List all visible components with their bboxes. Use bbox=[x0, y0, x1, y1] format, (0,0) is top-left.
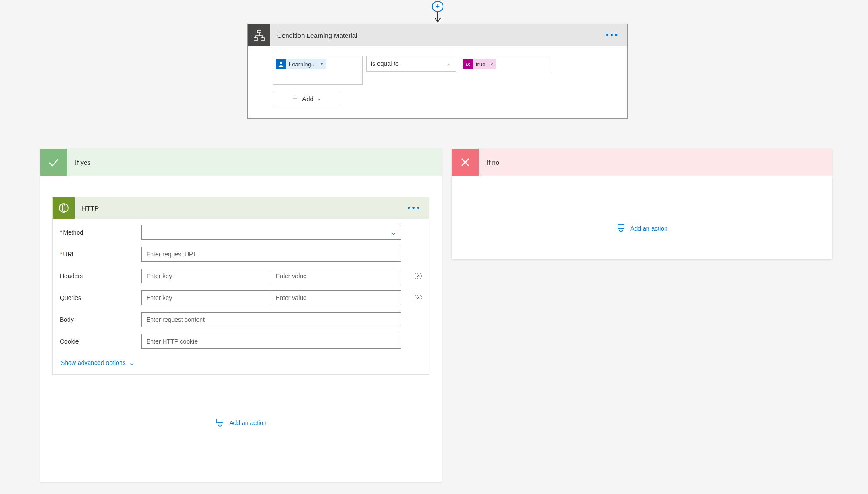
cookie-input[interactable] bbox=[141, 334, 401, 349]
add-condition-button[interactable]: ＋ Add ⌄ bbox=[273, 91, 340, 106]
condition-icon bbox=[248, 24, 270, 46]
globe-icon bbox=[53, 197, 75, 219]
body-input[interactable] bbox=[141, 312, 401, 327]
condition-card: Condition Learning Material ••• Learning… bbox=[247, 24, 628, 119]
condition-header[interactable]: Condition Learning Material ••• bbox=[248, 24, 627, 46]
uri-label: *URI bbox=[60, 251, 136, 258]
show-advanced-options-link[interactable]: Show advanced options ⌄ bbox=[60, 359, 134, 366]
body-label: Body bbox=[60, 316, 136, 323]
flow-arrow-icon bbox=[435, 12, 441, 24]
token-remove-icon[interactable]: ✕ bbox=[490, 61, 494, 67]
svg-point-3 bbox=[280, 62, 282, 64]
plus-icon: ＋ bbox=[292, 94, 298, 103]
headers-value-input[interactable] bbox=[271, 269, 401, 283]
condition-right-operand[interactable]: fx true ✕ bbox=[460, 56, 549, 72]
queries-key-input[interactable] bbox=[141, 290, 271, 305]
operator-label: is equal to bbox=[371, 60, 399, 67]
condition-more-menu[interactable]: ••• bbox=[598, 31, 627, 40]
method-label: *Method bbox=[60, 229, 136, 236]
add-action-no-button[interactable]: Add an action bbox=[464, 224, 820, 233]
add-action-icon bbox=[215, 418, 225, 428]
headers-label: Headers bbox=[60, 273, 136, 279]
http-more-menu[interactable]: ••• bbox=[400, 204, 429, 213]
condition-operator-select[interactable]: is equal to ⌄ bbox=[366, 56, 456, 72]
if-yes-body: HTTP ••• *Method ⌄ *URI bbox=[40, 176, 442, 445]
if-yes-title: If yes bbox=[67, 159, 91, 166]
method-select[interactable]: ⌄ bbox=[141, 225, 401, 240]
svg-rect-1 bbox=[254, 38, 257, 41]
http-action-card: HTTP ••• *Method ⌄ *URI bbox=[52, 197, 429, 375]
if-no-title: If no bbox=[479, 159, 499, 166]
http-action-title: HTTP bbox=[75, 204, 400, 212]
dynamic-content-token-learning[interactable]: Learning... ✕ bbox=[276, 59, 326, 69]
condition-expression-row: Learning... ✕ is equal to ⌄ fx true ✕ bbox=[273, 56, 603, 85]
add-action-yes-button[interactable]: Add an action bbox=[52, 418, 429, 428]
queries-label: Queries bbox=[60, 294, 136, 301]
checkmark-icon bbox=[40, 149, 67, 176]
condition-left-operand[interactable]: Learning... ✕ bbox=[273, 56, 363, 85]
chevron-down-icon: ⌄ bbox=[129, 359, 134, 366]
condition-title: Condition Learning Material bbox=[270, 32, 598, 39]
headers-text-mode-button[interactable] bbox=[412, 270, 424, 282]
http-action-header[interactable]: HTTP ••• bbox=[53, 197, 429, 219]
http-action-body: *Method ⌄ *URI bbox=[53, 219, 429, 374]
chevron-down-icon: ⌄ bbox=[447, 61, 451, 67]
svg-rect-2 bbox=[261, 38, 264, 41]
chevron-down-icon: ⌄ bbox=[317, 96, 321, 102]
svg-rect-0 bbox=[257, 30, 261, 33]
if-no-body: Add an action bbox=[452, 176, 832, 251]
add-action-icon bbox=[616, 224, 626, 233]
if-yes-branch: If yes HTTP ••• *Method ⌄ bbox=[40, 149, 442, 482]
if-yes-header: If yes bbox=[40, 149, 442, 176]
add-label: Add bbox=[302, 95, 314, 102]
condition-body: Learning... ✕ is equal to ⌄ fx true ✕ ＋ … bbox=[248, 46, 627, 118]
close-icon bbox=[452, 149, 479, 176]
cookie-label: Cookie bbox=[60, 338, 136, 345]
token-remove-icon[interactable]: ✕ bbox=[320, 61, 324, 67]
uri-input[interactable] bbox=[141, 247, 401, 262]
if-no-branch: If no Add an action bbox=[452, 149, 832, 259]
expression-token-true[interactable]: fx true ✕ bbox=[463, 59, 496, 69]
chevron-down-icon: ⌄ bbox=[391, 229, 396, 236]
svg-rect-8 bbox=[618, 225, 624, 228]
queries-text-mode-button[interactable] bbox=[412, 292, 424, 303]
token-label: Learning... bbox=[289, 61, 316, 68]
fx-icon: fx bbox=[463, 59, 473, 69]
if-no-header: If no bbox=[452, 149, 832, 176]
svg-rect-7 bbox=[217, 419, 223, 423]
token-source-icon bbox=[276, 59, 286, 69]
insert-step-button[interactable]: + bbox=[432, 1, 443, 12]
queries-value-input[interactable] bbox=[271, 290, 401, 305]
token-label: true bbox=[476, 61, 485, 68]
headers-key-input[interactable] bbox=[141, 269, 271, 283]
